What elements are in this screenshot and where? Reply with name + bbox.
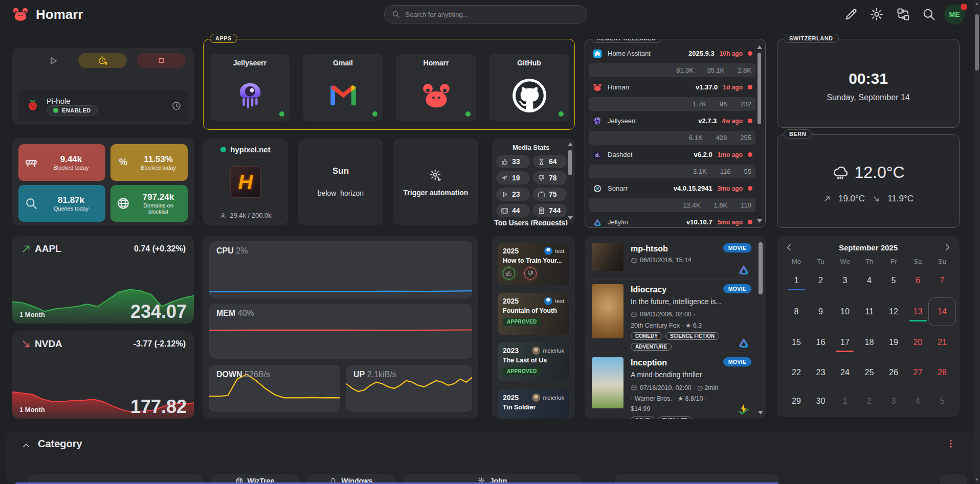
calendar-day[interactable]: 2: [809, 272, 833, 289]
pihole-instance-row[interactable]: Pi-hole ENABLED: [19, 90, 188, 121]
disable-all-button[interactable]: [137, 53, 186, 68]
scrollbar-thumb[interactable]: [975, 14, 979, 71]
calendar-day[interactable]: 17: [833, 334, 857, 351]
issues-icon: [731, 101, 738, 108]
media-item-row[interactable]: Idiocracy MOVIEIn the future, intelligen…: [590, 281, 754, 353]
calendar-day[interactable]: 10: [833, 303, 857, 320]
release-stats-row: 12.4K 1.6K 110: [589, 198, 755, 212]
calendar-day[interactable]: 23: [809, 364, 833, 381]
clock-date: Sunday, September 14: [777, 93, 959, 102]
edit-mode-icon[interactable]: [844, 7, 858, 21]
category-menu-icon[interactable]: [946, 438, 955, 449]
calendar-day[interactable]: 18: [857, 334, 882, 351]
app-logo[interactable]: Homarr: [11, 5, 83, 24]
calendar-day[interactable]: 1: [784, 272, 809, 289]
calendar-day[interactable]: 5: [881, 272, 906, 289]
page-scrollbar[interactable]: ▲ ▼: [974, 0, 980, 484]
scrollbar-down-arrow[interactable]: ▼: [975, 478, 979, 482]
sys-metric-label: DOWN: [216, 370, 242, 379]
gmail-icon: [326, 79, 360, 112]
calendar-day[interactable]: 4: [857, 272, 882, 289]
search-input[interactable]: [405, 11, 580, 18]
calendar-day[interactable]: 11: [857, 303, 882, 320]
settings-icon[interactable]: [870, 7, 884, 21]
calendar-day[interactable]: 3: [881, 393, 906, 410]
release-row[interactable]: Jellyfin v10.10.7 5mo ago: [589, 215, 755, 228]
scroll-down-arrow[interactable]: [568, 216, 573, 220]
scroll-up-arrow[interactable]: [568, 143, 573, 146]
media-stats-scrollbar[interactable]: [568, 150, 572, 175]
calendar-day[interactable]: 1: [833, 393, 857, 410]
calendar-day[interactable]: 7: [930, 272, 954, 289]
calendar-day[interactable]: 9: [809, 303, 833, 320]
calendar-day[interactable]: 30: [809, 393, 833, 410]
partial-app-card[interactable]: [940, 474, 967, 484]
pihole-stat-tile: 9.44k Blocked today: [18, 144, 105, 181]
calendar-day[interactable]: 3: [833, 272, 857, 289]
calendar-day[interactable]: 29: [784, 393, 809, 410]
app-card-homarr[interactable]: Homarr: [396, 54, 476, 121]
calendar-day[interactable]: 5: [930, 393, 954, 410]
calendar-day[interactable]: 25: [857, 364, 882, 381]
app-card-gmail[interactable]: Gmail: [303, 54, 383, 121]
search-button-icon[interactable]: [922, 7, 936, 21]
calendar-next-button[interactable]: [942, 242, 952, 252]
scrollbar-up-arrow[interactable]: ▲: [975, 2, 979, 6]
calendar-day[interactable]: 15: [784, 334, 809, 351]
pause-timer-button[interactable]: [78, 53, 127, 68]
enable-all-button[interactable]: [47, 55, 59, 67]
board-switch-icon[interactable]: [896, 7, 910, 21]
stock-widget-nvda[interactable]: NVDA -3.77 (-2.12%) 1 Month 177.82: [12, 331, 194, 419]
calendar-day[interactable]: 24: [833, 364, 857, 381]
decline-button[interactable]: [524, 267, 537, 280]
issues-icon: [731, 202, 739, 209]
issues-count: 2.8K: [738, 66, 751, 74]
calendar-day[interactable]: 4: [906, 393, 930, 410]
media-request-card[interactable]: 2025 test Fountain of Youth APPROVED: [498, 293, 569, 335]
calendar-day[interactable]: 8: [784, 303, 809, 320]
scroll-down-arrow[interactable]: [758, 411, 763, 414]
calendar-day[interactable]: 21: [930, 334, 954, 351]
calendar-day[interactable]: 22: [784, 364, 809, 381]
media-request-card[interactable]: 2023 meierluk The Last of Us APPROVED: [498, 342, 569, 381]
release-version: v10.10.7: [686, 218, 712, 226]
calendar-day[interactable]: 20: [906, 334, 930, 351]
automation-trigger-widget[interactable]: Trigger automation: [393, 139, 478, 225]
releases-scrollbar[interactable]: [758, 53, 761, 124]
calendar-day[interactable]: 28: [930, 364, 954, 381]
calendar-day[interactable]: 16: [809, 334, 833, 351]
media-item-row[interactable]: mp-htsob MOVIE06/01/2016, 15:14: [590, 240, 754, 280]
app-card-github[interactable]: GitHub: [489, 54, 569, 121]
calendar-day[interactable]: 12: [881, 303, 906, 320]
release-row[interactable]: Homarr v1.37.0 1d ago: [589, 80, 755, 94]
scroll-up-arrow[interactable]: [757, 45, 762, 49]
sys-metric-value: 526B/s: [244, 370, 270, 379]
release-row[interactable]: d Dashdot v6.2.0 1mo ago: [589, 148, 755, 162]
stock-widget-aapl[interactable]: AAPL 0.74 (+0.32%) 1 Month 234.07: [12, 236, 194, 324]
media-request-card[interactable]: 2025 test How to Train Your...: [498, 243, 569, 285]
media-item-row[interactable]: Inception MOVIEA mind-bending thriller07…: [590, 354, 754, 419]
calendar-day[interactable]: 19: [881, 334, 906, 351]
calendar-day[interactable]: 6: [906, 272, 930, 289]
calendar-day[interactable]: 27: [906, 364, 930, 381]
issues-count: 55: [744, 168, 751, 175]
calendar-day[interactable]: 13: [906, 303, 930, 320]
app-card-jellyseerr[interactable]: Jellyseerr: [210, 54, 290, 121]
homarr-dashboard: Homarr ME Pi-hole ENABLED: [0, 0, 980, 484]
calendar-day[interactable]: 2: [857, 393, 882, 410]
global-search[interactable]: [384, 5, 587, 24]
release-row[interactable]: Jellyseerr v2.7.3 4w ago: [589, 114, 755, 128]
release-row[interactable]: Home Assitant 2025.9.3 10h ago: [589, 47, 755, 60]
approve-button[interactable]: [503, 267, 515, 280]
category-collapse-icon[interactable]: [21, 441, 31, 450]
media-server-scrollbar[interactable]: [759, 242, 763, 294]
forks-count: 1.6K: [714, 201, 728, 209]
jellyfin-icon: [737, 336, 750, 350]
status-label: ENABLED: [62, 107, 91, 113]
release-row[interactable]: Sonarr v4.0.15.2941 3mo ago: [589, 181, 755, 195]
minecraft-server-widget[interactable]: hypixel.net H 29.4k / 200.0k: [203, 139, 288, 225]
media-request-card[interactable]: 2025 meierluk Tin Soldier: [498, 389, 569, 419]
schedule-icon[interactable]: [171, 101, 182, 111]
calendar-day[interactable]: 26: [881, 364, 906, 381]
scroll-down-arrow[interactable]: [757, 219, 762, 223]
